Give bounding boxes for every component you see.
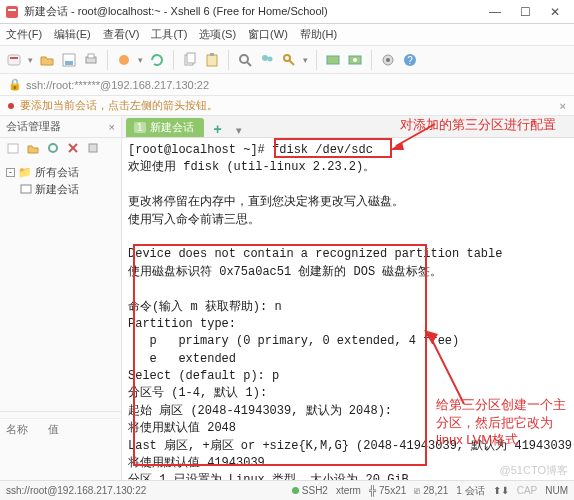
tree-item[interactable]: 新建会话 — [20, 182, 115, 197]
hint-text: 要添加当前会话，点击左侧的箭头按钮。 — [20, 98, 218, 113]
status-pos: ⎚ 28,21 — [414, 485, 448, 496]
session-tree: - 📁 所有会话 新建会话 — [0, 161, 121, 201]
svg-point-27 — [49, 144, 57, 152]
menu-view[interactable]: 查看(V) — [103, 27, 140, 42]
tab-session[interactable]: 1 新建会话 — [126, 118, 204, 137]
term-line — [128, 229, 568, 246]
term-line: Partition type: — [128, 316, 568, 333]
lock-icon: 🔒 — [8, 78, 22, 91]
prompt: [root@localhost ~]# — [128, 143, 265, 157]
session-manager-title: 会话管理器 — [6, 119, 61, 134]
titlebar: 新建会话 - root@localhost:~ - Xshell 6 (Free… — [0, 0, 574, 24]
menu-edit[interactable]: 编辑(E) — [54, 27, 91, 42]
svg-text:?: ? — [407, 55, 413, 66]
sidebar-open-icon[interactable] — [26, 141, 40, 158]
status-ssh: SSH2 — [292, 485, 328, 496]
sidebar-col-value: 值 — [48, 422, 59, 437]
transfer-icon[interactable] — [325, 52, 341, 68]
app-icon — [4, 4, 20, 20]
print-icon[interactable] — [83, 52, 99, 68]
help-icon[interactable]: ? — [402, 52, 418, 68]
new-session-icon[interactable] — [6, 52, 22, 68]
maximize-button[interactable]: ☐ — [514, 5, 536, 19]
term-line: 使用磁盘标识符 0x75a0ac51 创建新的 DOS 磁盘标签。 — [128, 264, 568, 281]
menu-options[interactable]: 选项(S) — [199, 27, 236, 42]
main-area: 1 新建会话 + ▾ [root@localhost ~]# fdisk /de… — [122, 116, 574, 480]
sidebar-bottom-panel: 名称 值 — [0, 411, 121, 480]
sidebar-delete-icon[interactable] — [66, 141, 80, 158]
svg-point-8 — [119, 55, 129, 65]
terminal[interactable]: [root@localhost ~]# fdisk /dev/sdc 欢迎使用 … — [122, 138, 574, 480]
sidebar-toolbar — [0, 138, 121, 161]
close-button[interactable]: ✕ — [544, 5, 566, 19]
svg-point-23 — [386, 58, 390, 62]
sidebar: 会话管理器 × - 📁 所有会话 新建会话 名称 — [0, 116, 122, 480]
tab-list-icon[interactable]: ▾ — [236, 124, 242, 137]
menu-window[interactable]: 窗口(W) — [248, 27, 288, 42]
dropdown-icon-2[interactable]: ▾ — [138, 55, 143, 65]
status-num: NUM — [545, 485, 568, 496]
toolbar: ▾ ▾ ▾ ? — [0, 46, 574, 74]
minimize-button[interactable]: — — [484, 5, 506, 19]
sidebar-close-icon[interactable]: × — [109, 121, 115, 133]
svg-rect-0 — [6, 6, 18, 18]
svg-rect-1 — [8, 9, 16, 11]
term-line: e extended — [128, 351, 568, 368]
open-folder-icon[interactable] — [39, 52, 55, 68]
hint-bar: 要添加当前会话，点击左侧的箭头按钮。 × — [0, 96, 574, 116]
term-line — [128, 177, 568, 194]
sidebar-new-icon[interactable] — [6, 141, 20, 158]
session-icon — [20, 183, 32, 197]
address-text[interactable]: ssh://root:******@192.168.217.130:22 — [26, 79, 209, 91]
term-line: 命令(输入 m 获取帮助): n — [128, 299, 568, 316]
hint-close-icon[interactable]: × — [560, 100, 566, 112]
term-line: 分区 1 已设置为 Linux 类型, 大小设为 20 GiB — [128, 472, 568, 480]
new-tab-button[interactable]: + — [208, 121, 228, 137]
folder-icon: 📁 — [18, 166, 32, 179]
disconnect-icon[interactable] — [116, 52, 132, 68]
term-line: 将使用默认值 41943039 — [128, 455, 568, 472]
dropdown-icon-3[interactable]: ▾ — [303, 55, 308, 65]
term-line: 欢迎使用 fdisk (util-linux 2.23.2)。 — [128, 159, 568, 176]
svg-point-21 — [353, 58, 357, 62]
tab-label: 新建会话 — [150, 120, 194, 135]
find-icon[interactable] — [237, 52, 253, 68]
dropdown-icon[interactable]: ▾ — [28, 55, 33, 65]
status-size: ╬ 75x21 — [369, 485, 406, 496]
reconnect-icon[interactable] — [149, 52, 165, 68]
users-icon[interactable] — [259, 52, 275, 68]
tree-item-label: 新建会话 — [35, 182, 79, 197]
svg-point-15 — [262, 55, 268, 61]
term-line: 分区号 (1-4, 默认 1): — [128, 385, 568, 402]
svg-rect-30 — [89, 144, 97, 152]
sidebar-props-icon[interactable] — [86, 141, 100, 158]
svg-rect-7 — [88, 54, 94, 58]
menu-file[interactable]: 文件(F) — [6, 27, 42, 42]
menu-help[interactable]: 帮助(H) — [300, 27, 337, 42]
workspace: 会话管理器 × - 📁 所有会话 新建会话 名称 — [0, 116, 574, 480]
status-term: xterm — [336, 485, 361, 496]
key-icon[interactable] — [281, 52, 297, 68]
settings-icon[interactable] — [380, 52, 396, 68]
window-title: 新建会话 - root@localhost:~ - Xshell 6 (Free… — [24, 4, 484, 19]
svg-rect-31 — [21, 185, 31, 193]
tunnel-icon[interactable] — [347, 52, 363, 68]
copy-icon[interactable] — [182, 52, 198, 68]
sidebar-refresh-icon[interactable] — [46, 141, 60, 158]
statusbar: ssh://root@192.168.217.130:22 SSH2 xterm… — [0, 480, 574, 500]
tree-root[interactable]: - 📁 所有会话 — [6, 165, 115, 180]
svg-rect-2 — [8, 55, 20, 65]
paste-icon[interactable] — [204, 52, 220, 68]
svg-rect-12 — [210, 53, 214, 56]
hint-bullet-icon — [8, 103, 14, 109]
save-icon[interactable] — [61, 52, 77, 68]
tree-collapse-icon[interactable]: - — [6, 168, 15, 177]
svg-rect-26 — [8, 144, 18, 153]
cmd: fdisk /dev/sdc — [265, 143, 373, 157]
term-line: 使用写入命令前请三思。 — [128, 212, 568, 229]
status-connection: ssh://root@192.168.217.130:22 — [6, 485, 146, 496]
status-cap: CAP — [517, 485, 538, 496]
svg-rect-19 — [327, 56, 339, 64]
menu-tools[interactable]: 工具(T) — [151, 27, 187, 42]
tab-bar: 1 新建会话 + ▾ — [122, 116, 574, 138]
